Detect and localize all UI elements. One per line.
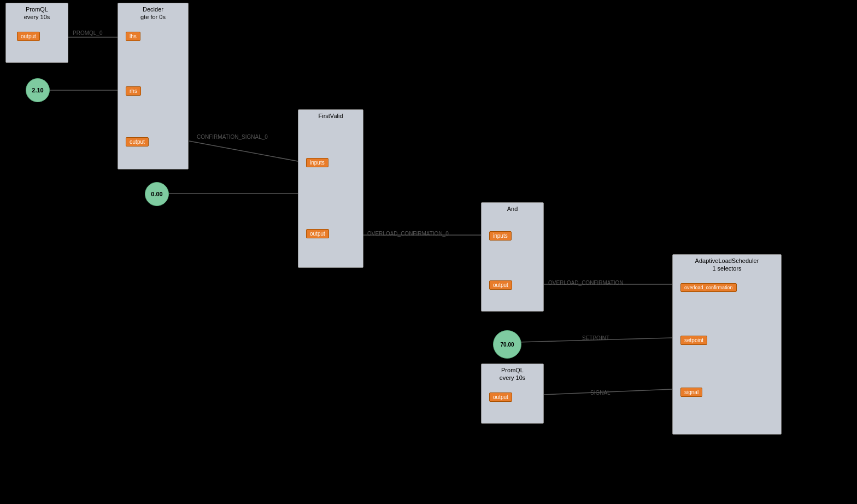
firstvalid-title: FirstValid <box>298 110 363 121</box>
adaptive-title: AdaptiveLoadScheduler 1 selectors <box>673 255 781 274</box>
firstvalid-inputs-port[interactable]: inputs <box>306 158 328 167</box>
circle-70-00: 70.00 <box>493 330 521 359</box>
decider-rhs-port[interactable]: rhs <box>126 86 141 96</box>
decider-output-port[interactable]: output <box>126 137 149 146</box>
edge-label-overload-confirm: OVERLOAD_CONFIRMATION <box>548 280 624 286</box>
promql1-title: PromQL every 10s <box>6 3 68 22</box>
edge-label-setpoint: SETPOINT <box>582 335 609 341</box>
edge-label-overload-confirm0: OVERLOAD_CONFIRMATION_0 <box>367 231 449 237</box>
circle-2-10-label: 2.10 <box>32 87 43 93</box>
and-title: And <box>482 203 543 214</box>
and-node: And inputs output <box>481 202 544 312</box>
and-inputs-port[interactable]: inputs <box>489 231 512 241</box>
promql1-output-port[interactable]: output <box>17 32 40 41</box>
diagram-canvas: PromQL every 10s output 2.10 Decider gte… <box>0 0 857 504</box>
firstvalid-node: FirstValid inputs output <box>298 109 363 268</box>
circle-0-00-label: 0.00 <box>151 191 162 197</box>
adaptive-overload-port[interactable]: overload_confirmation <box>680 283 737 292</box>
adaptive-setpoint-port[interactable]: setpoint <box>680 336 707 345</box>
decider-lhs-port[interactable]: lhs <box>126 32 140 41</box>
firstvalid-output-port[interactable]: output <box>306 229 329 238</box>
edge-label-promql0: PROMQL_0 <box>73 30 102 36</box>
circle-0-00: 0.00 <box>145 182 169 206</box>
circle-2-10: 2.10 <box>26 78 50 102</box>
edge-label-confirm-signal: CONFIRMATION_SIGNAL_0 <box>197 134 268 140</box>
svg-line-2 <box>189 141 298 161</box>
promql2-title: PromQL every 10s <box>482 364 543 383</box>
adaptive-signal-port[interactable]: signal <box>680 388 702 397</box>
promql2-node: PromQL every 10s output <box>481 364 544 424</box>
promql1-node: PromQL every 10s output <box>5 3 68 63</box>
adaptive-node: AdaptiveLoadScheduler 1 selectors overlo… <box>672 254 782 435</box>
edge-label-signal: SIGNAL <box>590 390 611 396</box>
circle-70-00-label: 70.00 <box>500 342 514 348</box>
promql2-output-port[interactable]: output <box>489 392 512 402</box>
decider-title: Decider gte for 0s <box>118 3 188 22</box>
and-output-port[interactable]: output <box>489 280 512 290</box>
decider-node: Decider gte for 0s lhs rhs output <box>118 3 189 169</box>
